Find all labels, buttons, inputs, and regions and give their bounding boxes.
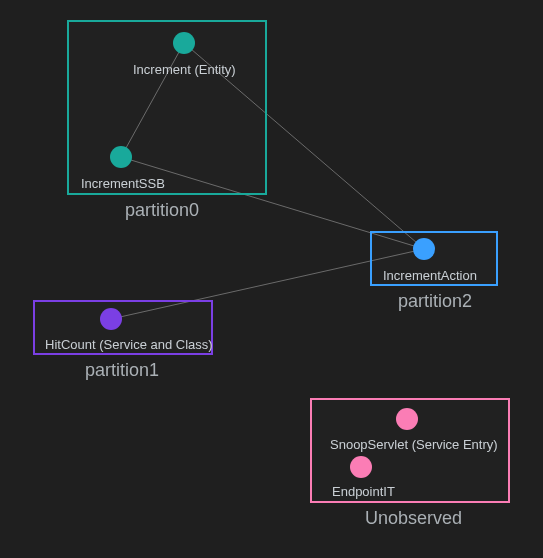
partition-p1-label: partition1 xyxy=(85,360,159,381)
node-hitCount-label: HitCount (Service and Class) xyxy=(45,337,213,352)
node-snoopServlet-label: SnoopServlet (Service Entry) xyxy=(330,437,498,452)
node-endpointIT[interactable] xyxy=(350,456,372,478)
partition-p0[interactable] xyxy=(67,20,267,195)
node-endpointIT-label: EndpointIT xyxy=(332,484,395,499)
partition-p0-label: partition0 xyxy=(125,200,199,221)
node-incrementSSB[interactable] xyxy=(110,146,132,168)
node-hitCount[interactable] xyxy=(100,308,122,330)
node-incrementAction[interactable] xyxy=(413,238,435,260)
partition-unobs-label: Unobserved xyxy=(365,508,462,529)
node-snoopServlet[interactable] xyxy=(396,408,418,430)
partition-p2-label: partition2 xyxy=(398,291,472,312)
node-incrementAction-label: IncrementAction xyxy=(383,268,477,283)
node-increment-label: Increment (Entity) xyxy=(133,62,236,77)
node-increment[interactable] xyxy=(173,32,195,54)
node-incrementSSB-label: IncrementSSB xyxy=(81,176,165,191)
